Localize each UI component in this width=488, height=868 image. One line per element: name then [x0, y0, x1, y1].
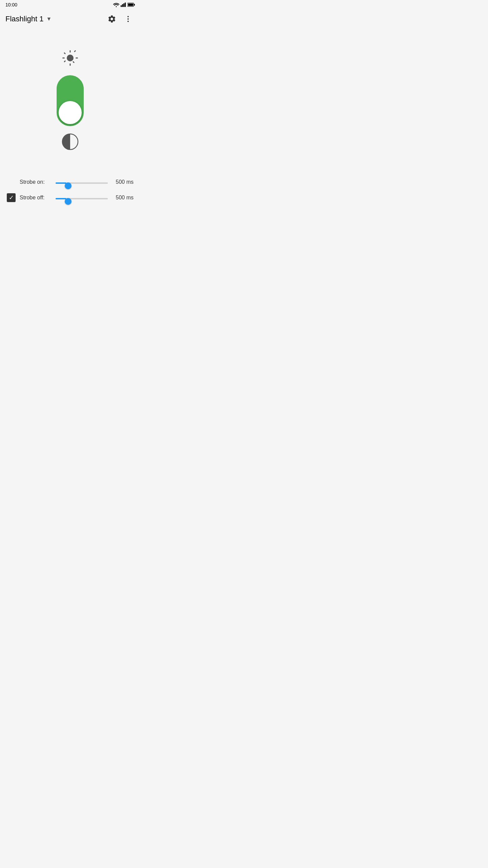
flashlight-selector[interactable]: Flashlight 1 ▼ [5, 15, 105, 23]
svg-rect-18 [73, 61, 75, 63]
strobe-off-label: Strobe off: [20, 195, 50, 201]
svg-rect-12 [70, 63, 71, 66]
app-bar: Flashlight 1 ▼ [0, 9, 140, 28]
svg-rect-11 [70, 50, 71, 53]
svg-point-9 [127, 21, 129, 22]
timer-icon[interactable] [61, 133, 79, 151]
signal-icon [121, 2, 126, 7]
status-time: 10:00 [5, 2, 17, 7]
strobe-on-value: 500 ms [113, 179, 134, 185]
svg-rect-16 [74, 50, 76, 52]
svg-point-8 [127, 18, 129, 20]
svg-point-10 [67, 55, 74, 61]
toggle-switch[interactable] [57, 75, 84, 126]
main-content [0, 28, 140, 165]
strobe-off-checkbox[interactable]: ✓ [7, 193, 16, 202]
checkmark-icon: ✓ [9, 195, 14, 201]
svg-rect-17 [64, 60, 66, 62]
dropdown-arrow-icon: ▼ [46, 16, 52, 22]
battery-icon [127, 3, 135, 7]
status-bar: 10:00 [0, 0, 140, 9]
strobe-off-checkbox-wrapper[interactable]: ✓ [7, 193, 16, 202]
strobe-on-slider[interactable] [56, 182, 108, 184]
app-title: Flashlight 1 [5, 15, 44, 23]
more-vertical-icon [124, 15, 132, 23]
brightness-icon-container [61, 49, 79, 68]
svg-rect-3 [125, 3, 126, 7]
strobe-on-row: Strobe on: 500 ms [7, 179, 134, 185]
svg-rect-1 [122, 4, 123, 7]
strobe-off-value: 500 ms [113, 195, 134, 201]
strobe-on-slider-container [53, 179, 110, 185]
strobe-off-slider[interactable] [56, 198, 108, 199]
svg-rect-5 [128, 4, 133, 6]
svg-rect-0 [121, 5, 122, 7]
brightness-icon [61, 49, 79, 67]
svg-rect-15 [64, 52, 66, 54]
toggle-knob [59, 101, 82, 124]
flashlight-toggle[interactable] [57, 75, 84, 126]
svg-rect-2 [123, 3, 124, 7]
more-options-button[interactable] [121, 12, 135, 26]
strobe-off-row: ✓ Strobe off: 500 ms [7, 193, 134, 202]
svg-rect-14 [76, 58, 78, 59]
app-bar-actions [105, 12, 135, 26]
svg-rect-6 [134, 4, 135, 5]
strobe-off-slider-container [53, 195, 110, 201]
svg-point-7 [127, 16, 129, 17]
timer-icon-container[interactable] [61, 133, 79, 152]
strobe-section: Strobe on: 500 ms ✓ Strobe off: 500 ms [0, 165, 140, 217]
svg-rect-13 [62, 58, 65, 59]
strobe-on-label: Strobe on: [20, 179, 50, 185]
gear-icon [107, 15, 116, 23]
status-icons [113, 2, 135, 7]
wifi-icon [113, 2, 119, 7]
settings-button[interactable] [105, 12, 119, 26]
